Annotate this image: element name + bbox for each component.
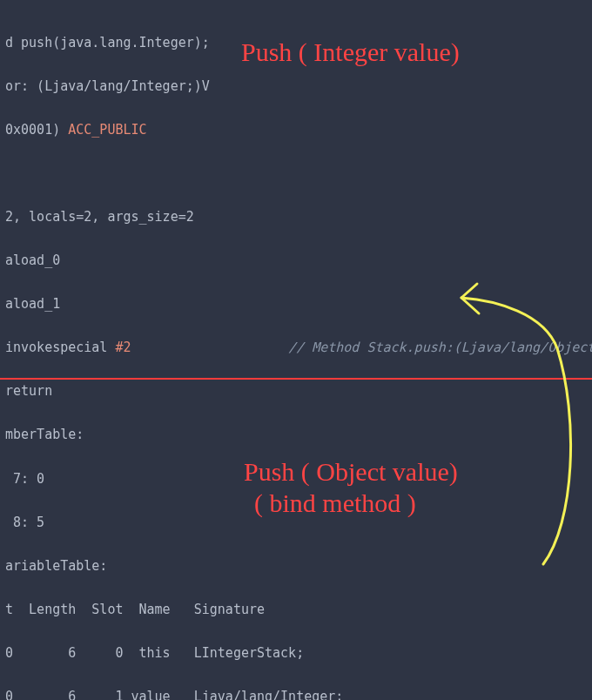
code-line: 0 6 0 this LIntegerStack; — [5, 643, 592, 664]
section-divider — [0, 378, 592, 380]
code-line: or: (Ljava/lang/Integer;)V — [5, 76, 592, 98]
code-line: invokespecial #2 // Method Stack.push:(L… — [5, 337, 592, 359]
code-line — [5, 163, 592, 185]
code-line: t Length Slot Name Signature — [5, 599, 592, 621]
annotation-line: ( bind method ) — [254, 488, 458, 519]
code-line: aload_0 — [5, 250, 592, 272]
comment: // Method Stack.push:(Ljava/lang/Object;… — [288, 340, 592, 355]
code-line: mberTable: — [5, 424, 592, 446]
handwritten-annotation: Push ( Integer value) — [241, 37, 460, 68]
keyword: ACC_PUBLIC — [68, 122, 146, 138]
constant: #2 — [115, 340, 131, 355]
code-line: aload_1 — [5, 293, 592, 315]
code-viewport: d push(java.lang.Integer); or: (Ljava/la… — [0, 0, 592, 700]
code-line: ariableTable: — [5, 555, 592, 577]
code-line: 0 6 1 value Ljava/lang/Integer; — [5, 686, 592, 700]
annotation-line: Push ( Object value) — [244, 456, 458, 488]
code-line: 0x0001) ACC_PUBLIC — [5, 119, 592, 141]
handwritten-annotation: Push ( Object value) ( bind method ) — [244, 456, 458, 519]
code-line: 2, locals=2, args_size=2 — [5, 206, 592, 228]
code-line: return — [5, 380, 592, 402]
